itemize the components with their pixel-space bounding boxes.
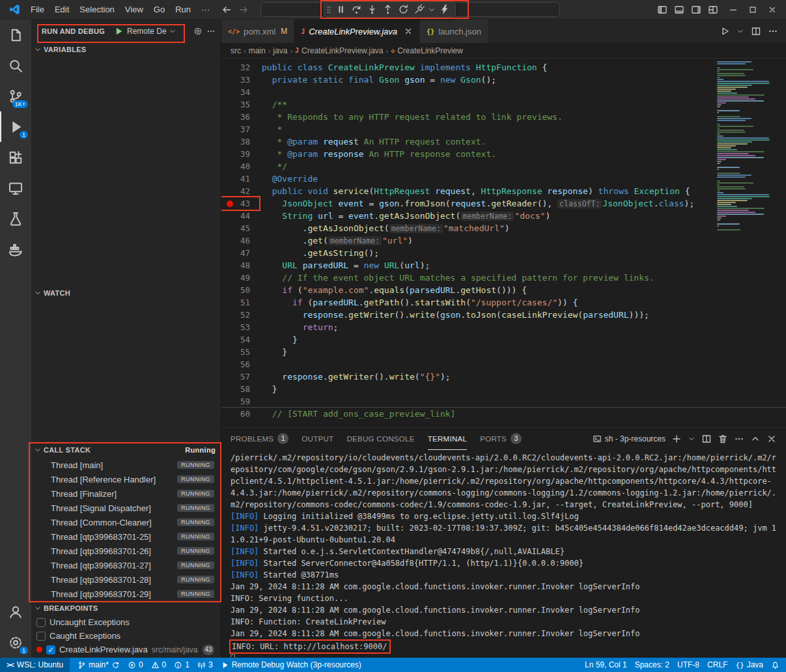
gutter-line-44[interactable]: 44 [221,210,262,222]
code-line-32[interactable]: 32public class CreateLinkPreview impleme… [221,61,786,74]
code-line-39[interactable]: 39 * @param response An HTTP response co… [221,148,786,160]
code-line-44[interactable]: 44 String url = event.getAsJsonObject(me… [221,210,786,222]
ellipsis-icon[interactable] [206,27,216,36]
watch-section-header[interactable]: WATCH [31,286,221,300]
gutter-line-59[interactable]: 59 [221,395,262,408]
code-line-33[interactable]: 33 private static final Gson gson = new … [221,74,786,86]
panel-tab-ports[interactable]: PORTS3 [480,428,522,450]
breadcrumb-item[interactable]: ◇CreateLinkPreview [391,46,463,55]
status-debug-run-icon[interactable]: Remote Debug Watch (3p-resources) [221,660,361,669]
call-stack-thread[interactable]: Thread [qtp399683701-25]RUNNING [31,529,221,544]
call-stack-thread[interactable]: Thread [qtp399683701-29]RUNNING [31,587,221,601]
code-line-56[interactable]: 56 [221,358,786,371]
call-stack-section-header[interactable]: CALL STACK Running [31,442,221,458]
panel-bottom-icon[interactable] [674,5,684,15]
tab-launch-json[interactable]: {}launch.json [420,20,488,43]
code-line-47[interactable]: 47 .getAsString(); [221,247,786,259]
gutter-line-46[interactable]: 46 [221,234,262,247]
pause-button[interactable] [334,3,348,16]
breakpoint-checkbox[interactable] [36,618,46,627]
code-line-57[interactable]: 57 response.getWriter().write("{}"); [221,371,786,383]
status-utf-8[interactable]: UTF-8 [677,660,699,669]
code-line-53[interactable]: 53 return; [221,321,786,333]
menu-file[interactable]: File [25,2,49,17]
gutter-line-49[interactable]: 49 [221,272,262,284]
code-line-40[interactable]: 40 */ [221,160,786,173]
code-line-38[interactable]: 38 * @param request An HTTP request cont… [221,135,786,148]
ellipsis-icon[interactable] [768,26,778,36]
panel-tab-problems[interactable]: PROBLEMS1 [231,428,288,450]
gutter-line-39[interactable]: 39 [221,148,262,160]
breakpoint-item[interactable]: ✓CreateLinkPreview.javasrc/main/java43 [31,643,221,656]
code-line-51[interactable]: 51 if (parsedURL.getPath().startsWith("/… [221,296,786,309]
gutter-line-36[interactable]: 36 [221,111,262,123]
menu-run[interactable]: Run [170,2,196,17]
breakpoint-item[interactable]: Uncaught Exceptions [31,615,221,629]
breakpoint-item[interactable]: Caught Exceptions [31,629,221,643]
activity-settings-gear-icon[interactable]: 1 [0,627,31,658]
breakpoints-section-header[interactable]: BREAKPOINTS [31,601,221,615]
menu-overflow[interactable]: ··· [196,2,215,17]
activity-source-control-icon[interactable]: 1K+ [0,81,31,111]
status-error-icon[interactable]: 0 [128,660,143,669]
step-into-button[interactable] [365,3,379,16]
activity-account-icon[interactable] [0,596,31,627]
terminal-instance[interactable]: sh - 3p-resources [593,434,666,443]
call-stack-thread[interactable]: Thread [Reference Handler]RUNNING [31,472,221,486]
status-bell-icon[interactable] [771,661,779,669]
launch-config-dropdown[interactable]: Remote De [127,27,176,36]
code-line-46[interactable]: 46 .get(memberName:"url") [221,234,786,247]
call-stack-thread[interactable]: Thread [Signal Dispatcher]RUNNING [31,501,221,515]
gutter-line-43[interactable]: 43 [221,197,262,210]
activity-docker-icon[interactable] [0,234,31,264]
gear-icon[interactable] [193,27,203,36]
gutter-line-41[interactable]: 41 [221,173,262,185]
gutter-line-32[interactable]: 32 [221,61,262,74]
gutter-line-33[interactable]: 33 [221,74,262,86]
gutter-line-48[interactable]: 48 [221,259,262,272]
gutter-line-52[interactable]: 52 [221,309,262,321]
menu-go[interactable]: Go [148,2,170,17]
gutter-line-51[interactable]: 51 [221,296,262,309]
status-info-circle-icon[interactable]: 1 [174,660,189,669]
code-editor[interactable]: 32public class CreateLinkPreview impleme… [221,59,786,427]
code-line-58[interactable]: 58 } [221,383,786,395]
gutter-line-38[interactable]: 38 [221,135,262,148]
tab-createlinkpreview-java[interactable]: JCreateLinkPreview.java [294,20,420,43]
lightning-button[interactable] [438,3,451,16]
minimize-icon[interactable] [725,3,742,17]
code-line-48[interactable]: 48 URL parsedURL = new URL(url); [221,259,786,272]
close-tab-icon[interactable] [404,27,413,36]
panel-left-icon[interactable] [657,5,667,15]
gutter-line-35[interactable]: 35 [221,98,262,111]
disconnect-button[interactable] [412,3,426,16]
maximize-icon[interactable] [744,3,761,17]
activity-testing-icon[interactable] [0,203,31,234]
gutter-line-58[interactable]: 58 [221,383,262,395]
restart-button[interactable] [397,3,410,16]
code-line-37[interactable]: 37 * [221,123,786,135]
gutter-line-56[interactable]: 56 [221,358,262,371]
gutter-line-53[interactable]: 53 [221,321,262,333]
status-ln-59-col-1[interactable]: Ln 59, Col 1 [585,660,627,669]
gutter-line-54[interactable]: 54 [221,333,262,346]
call-stack-thread[interactable]: Thread [main]RUNNING [31,458,221,472]
step-over-button[interactable] [350,3,363,16]
code-line-34[interactable]: 34 [221,86,786,98]
status-ports-icon[interactable]: 3 [197,660,213,669]
menu-edit[interactable]: Edit [49,2,74,17]
code-line-59[interactable]: 59 [221,395,786,408]
breadcrumb-item[interactable]: java [273,46,287,55]
call-stack-thread[interactable]: Thread [qtp399683701-27]RUNNING [31,558,221,572]
panel-tab-debug-console[interactable]: DEBUG CONSOLE [346,428,414,450]
code-line-55[interactable]: 55 } [221,346,786,358]
call-stack-thread[interactable]: Thread [qtp399683701-26]RUNNING [31,544,221,558]
status-crlf[interactable]: CRLF [707,660,727,669]
code-line-54[interactable]: 54 } [221,333,786,346]
split-editor-icon[interactable] [701,434,712,444]
code-line-43[interactable]: 43 JsonObject event = gson.fromJson(requ… [221,197,786,210]
breakpoint-checkbox[interactable]: ✓ [46,645,55,654]
panel-right-icon[interactable] [691,5,701,15]
code-line-45[interactable]: 45 .getAsJsonObject(memberName:"matchedU… [221,222,786,234]
menu-view[interactable]: View [120,2,148,17]
